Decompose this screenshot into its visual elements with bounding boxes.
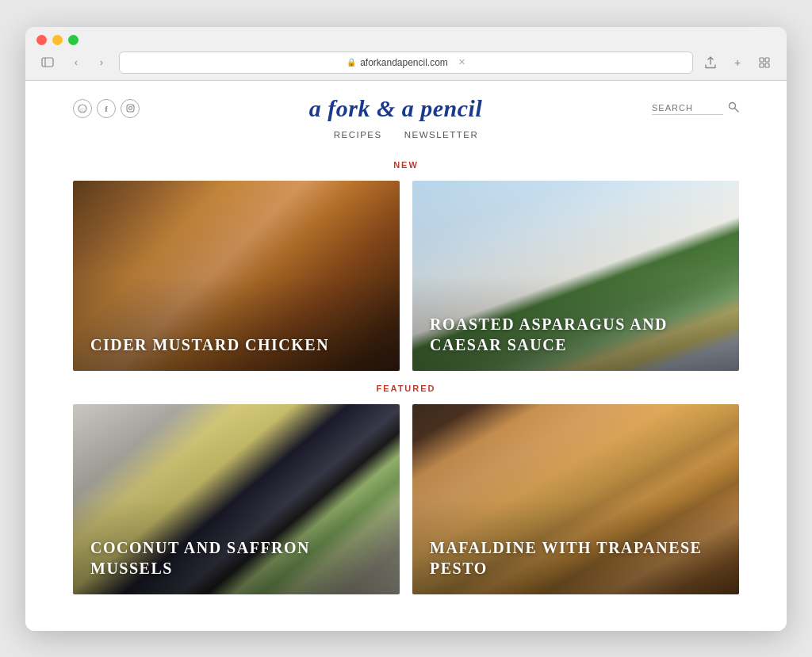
new-tab-button[interactable]: + [726,54,749,71]
social-icon-facebook[interactable]: f [97,99,116,118]
recipe-title-asparagus: ROASTED ASPARAGUS AND CAESAR SAUCE [430,314,722,355]
social-icons: © f [73,99,140,118]
content-area: NEW CIDER MUSTARD CHICKEN ROASTED ASPARA… [25,160,787,631]
svg-point-9 [128,107,132,110]
featured-recipes-grid: COCONUT AND SAFFRON MUSSELS MAFALDINE WI… [73,404,739,594]
header-search [652,101,739,115]
recipe-card-mussels[interactable]: COCONUT AND SAFFRON MUSSELS [73,404,400,594]
traffic-lights [36,35,776,45]
search-input[interactable] [652,101,723,115]
new-recipes-grid: CIDER MUSTARD CHICKEN ROASTED ASPARAGUS … [73,181,739,371]
site-title: a fork & a pencil [140,95,652,122]
recipe-card-asparagus[interactable]: ROASTED ASPARAGUS AND CAESAR SAUCE [412,181,739,371]
recipe-overlay-4: MAFALDINE WITH TRAPANESE PESTO [412,404,739,594]
lock-icon: 🔒 [347,58,356,67]
new-section-label: NEW [73,160,739,170]
recipe-title-mussels: COCONUT AND SAFFRON MUSSELS [90,537,382,579]
recipe-overlay-1: CIDER MUSTARD CHICKEN [73,181,400,371]
nav-recipes[interactable]: RECIPES [334,130,382,139]
recipe-card-cider-chicken[interactable]: CIDER MUSTARD CHICKEN [73,181,400,371]
svg-text:©: © [80,106,85,113]
site-nav: RECIPES NEWSLETTER [25,122,787,151]
svg-rect-8 [127,105,134,112]
share-button[interactable] [699,54,722,71]
social-icon-1[interactable]: © [73,99,92,118]
social-icon-instagram[interactable] [121,99,140,118]
browser-window: ‹ › 🔒 aforkandapencil.com ✕ + [25,27,787,631]
recipe-overlay-2: ROASTED ASPARAGUS AND CAESAR SAUCE [412,181,739,371]
grid-button[interactable] [753,54,776,71]
back-button[interactable]: ‹ [65,54,87,71]
maximize-btn[interactable] [68,35,79,45]
close-btn[interactable] [36,35,47,45]
nav-buttons: ‹ › [65,54,113,71]
url-text: aforkandapencil.com [360,57,448,68]
svg-point-10 [132,105,132,106]
recipe-title-mafaldine: MAFALDINE WITH TRAPANESE PESTO [430,537,722,579]
recipe-overlay-3: COCONUT AND SAFFRON MUSSELS [73,404,400,594]
minimize-btn[interactable] [52,35,63,45]
website-content: © f a fork & a pencil [25,81,787,631]
featured-section-label: FEATURED [73,384,739,393]
svg-rect-0 [42,58,53,67]
site-header: © f a fork & a pencil [25,81,787,122]
browser-toolbar: ‹ › 🔒 aforkandapencil.com ✕ + [36,52,776,74]
site-name: a fork & a pencil [140,95,652,122]
svg-rect-5 [765,63,769,67]
forward-button[interactable]: › [90,54,113,71]
svg-rect-4 [760,63,764,67]
browser-chrome: ‹ › 🔒 aforkandapencil.com ✕ + [25,27,787,81]
recipe-title-cider-chicken: CIDER MUSTARD CHICKEN [90,334,329,355]
url-bar[interactable]: 🔒 aforkandapencil.com ✕ [119,52,693,74]
svg-line-12 [735,109,739,113]
search-icon[interactable] [728,101,739,115]
nav-newsletter[interactable]: NEWSLETTER [404,130,479,139]
url-close-btn[interactable]: ✕ [458,57,465,67]
sidebar-icon[interactable] [36,54,59,71]
recipe-card-mafaldine[interactable]: MAFALDINE WITH TRAPANESE PESTO [412,404,739,594]
svg-rect-2 [760,58,764,62]
svg-rect-3 [765,58,769,62]
browser-actions: + [699,54,776,71]
